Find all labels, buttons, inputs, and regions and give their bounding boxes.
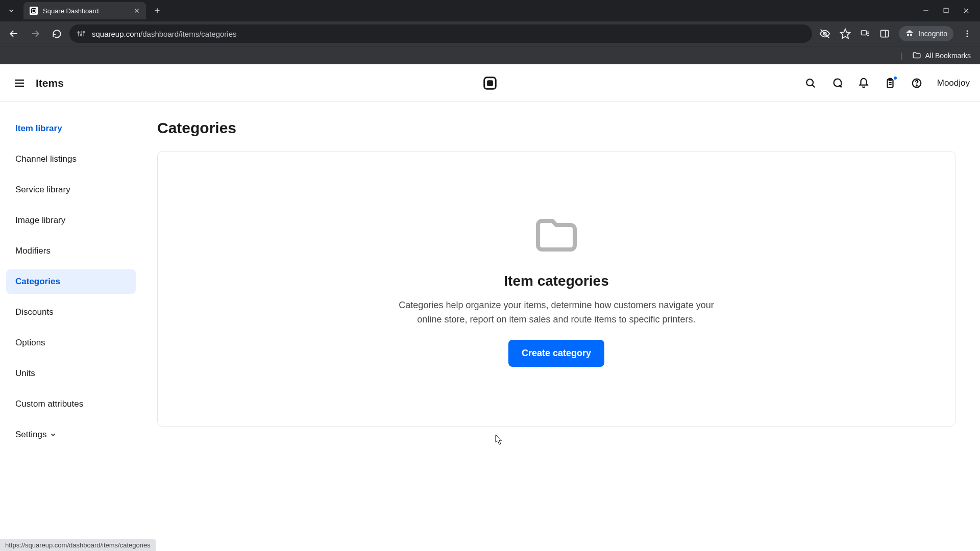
sidebar-item-discounts[interactable]: Discounts — [6, 300, 136, 324]
all-bookmarks-link[interactable]: All Bookmarks — [925, 52, 971, 60]
sidebar-item-label: Categories — [15, 277, 60, 287]
eye-off-icon[interactable] — [819, 28, 830, 39]
square-favicon — [30, 7, 38, 15]
svg-point-15 — [78, 32, 79, 33]
folder-icon — [532, 211, 581, 260]
username[interactable]: Moodjoy — [937, 78, 970, 88]
reload-button[interactable] — [48, 25, 65, 42]
sidebar-item-label: Item library — [15, 123, 62, 134]
tab-title: Square Dashboard — [43, 7, 99, 15]
sidebar-item-modifiers[interactable]: Modifiers — [6, 239, 136, 263]
media-icon[interactable] — [860, 29, 870, 39]
svg-rect-25 — [881, 30, 889, 37]
hamburger-menu[interactable] — [10, 74, 29, 92]
sidebar-item-service-library[interactable]: Service library — [6, 178, 136, 202]
search-icon[interactable] — [804, 77, 817, 89]
page-title: Categories — [157, 119, 955, 137]
kebab-menu-icon[interactable] — [963, 29, 972, 38]
svg-marker-20 — [841, 29, 850, 38]
app-header: Items Moodjoy — [0, 64, 980, 102]
bell-icon[interactable] — [857, 77, 870, 89]
browser-toolbar: squareup.com/dashboard/items/categories … — [0, 21, 980, 46]
maximize-icon[interactable] — [943, 7, 949, 14]
window-controls — [922, 7, 980, 14]
tab-strip: Square Dashboard — [0, 0, 980, 21]
empty-state-title: Item categories — [504, 273, 608, 289]
main-content: Categories Item categories Categories he… — [143, 102, 980, 551]
sidebar: Item library Channel listings Service li… — [0, 102, 143, 551]
forward-button[interactable] — [27, 25, 44, 42]
address-bar[interactable]: squareup.com/dashboard/items/categories — [69, 24, 812, 43]
sidebar-item-label: Discounts — [15, 307, 54, 317]
sidebar-item-label: Channel listings — [15, 154, 77, 164]
square-logo[interactable] — [482, 75, 498, 91]
sidebar-item-image-library[interactable]: Image library — [6, 208, 136, 233]
url-text: squareup.com/dashboard/items/categories — [92, 30, 237, 38]
close-window-icon[interactable] — [963, 7, 970, 14]
sidebar-item-label: Modifiers — [15, 246, 51, 256]
sidebar-item-label: Service library — [15, 185, 70, 195]
sidebar-item-label: Image library — [15, 215, 65, 226]
panel-icon[interactable] — [879, 29, 890, 39]
header-actions: Moodjoy — [804, 77, 970, 89]
svg-line-36 — [812, 85, 815, 87]
sidebar-item-item-library[interactable]: Item library — [6, 116, 136, 141]
sidebar-item-custom-attributes[interactable]: Custom attributes — [6, 392, 136, 416]
help-icon[interactable] — [911, 77, 923, 89]
svg-point-27 — [967, 30, 968, 32]
incognito-chip[interactable]: Incognito — [899, 26, 953, 41]
sidebar-item-label: Units — [15, 368, 35, 379]
svg-point-17 — [83, 32, 85, 33]
svg-point-16 — [81, 34, 82, 36]
svg-rect-7 — [944, 8, 948, 13]
clipboard-icon[interactable] — [884, 77, 896, 89]
chat-icon[interactable] — [831, 77, 843, 89]
empty-state-card: Item categories Categories help organize… — [157, 151, 955, 427]
svg-point-42 — [916, 85, 917, 86]
svg-rect-34 — [488, 81, 493, 85]
sidebar-item-channel-listings[interactable]: Channel listings — [6, 147, 136, 171]
chevron-down-icon — [50, 431, 57, 438]
site-settings-icon[interactable] — [77, 29, 86, 38]
bookmarks-bar: | All Bookmarks — [0, 46, 980, 64]
svg-point-28 — [967, 33, 968, 35]
tab-search-caret[interactable] — [4, 4, 18, 18]
close-tab-icon[interactable] — [134, 8, 140, 14]
svg-rect-1 — [33, 10, 35, 12]
new-tab-button[interactable] — [150, 4, 164, 18]
incognito-label: Incognito — [918, 30, 947, 38]
browser-chrome: Square Dashboard square — [0, 0, 980, 64]
svg-rect-21 — [862, 31, 867, 35]
sidebar-item-settings[interactable]: Settings — [6, 422, 136, 447]
sidebar-item-label: Settings — [15, 430, 46, 440]
sidebar-item-units[interactable]: Units — [6, 361, 136, 386]
app: Items Moodjoy Item library Channel listi… — [0, 64, 980, 551]
minimize-icon[interactable] — [922, 7, 929, 14]
browser-tab[interactable]: Square Dashboard — [23, 2, 146, 19]
folder-icon — [912, 51, 921, 60]
notification-dot — [893, 76, 898, 81]
sidebar-item-label: Custom attributes — [15, 399, 83, 409]
svg-point-35 — [806, 79, 813, 86]
sidebar-item-categories[interactable]: Categories — [6, 269, 136, 294]
create-category-button[interactable]: Create category — [508, 340, 604, 367]
section-title: Items — [36, 77, 64, 89]
sidebar-item-label: Options — [15, 338, 45, 348]
back-button[interactable] — [5, 25, 22, 42]
status-bar: https://squareup.com/dashboard/items/cat… — [0, 539, 156, 551]
star-icon[interactable] — [840, 28, 851, 39]
svg-point-29 — [967, 36, 968, 37]
toolbar-right: Incognito — [816, 26, 975, 41]
sidebar-item-options[interactable]: Options — [6, 331, 136, 355]
empty-state-description: Categories help organize your items, det… — [388, 298, 725, 327]
